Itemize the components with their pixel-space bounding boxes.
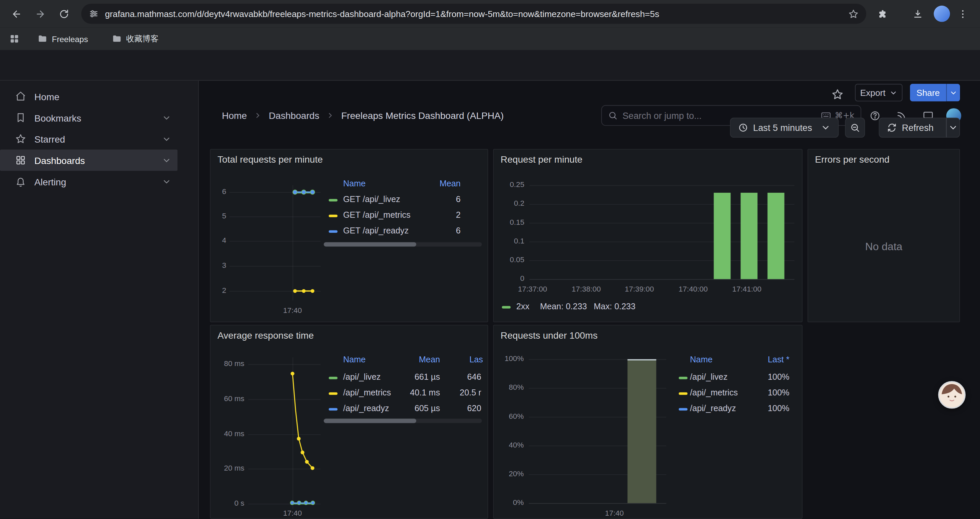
legend-series-last: 646	[467, 372, 481, 382]
legend-series-name[interactable]: /api/_metrics	[690, 388, 738, 398]
panel-title[interactable]: Average response time	[218, 330, 314, 340]
breadcrumb: Home Dashboards Freeleaps Metrics Dashbo…	[222, 100, 504, 131]
share-label: Share	[916, 88, 940, 97]
sidebar-item-home[interactable]: Home	[0, 86, 177, 107]
x-tick: 17:40	[277, 306, 308, 315]
refresh-icon	[887, 123, 897, 133]
legend-scrollbar[interactable]	[324, 419, 482, 423]
legend-row: /api/_readyz 100%	[494, 404, 802, 415]
url-bar[interactable]: grafana.mathmast.com/d/deytv4rwavabkb/fr…	[81, 4, 866, 24]
extensions-icon[interactable]	[873, 5, 891, 22]
sidebar-item-label: Bookmarks	[34, 112, 161, 123]
browser-profile-avatar[interactable]	[934, 6, 950, 22]
legend-header-name[interactable]: Name	[343, 355, 366, 364]
time-range-label: Last 5 minutes	[753, 123, 816, 133]
reload-icon[interactable]	[55, 5, 72, 22]
legend-header-name[interactable]: Name	[690, 355, 713, 364]
floating-assistant-avatar[interactable]	[938, 381, 965, 409]
series-swatch	[329, 393, 337, 395]
y-tick: 80 ms	[215, 359, 245, 368]
bookmark-star-icon[interactable]	[848, 8, 859, 19]
y-tick: 40%	[496, 441, 524, 449]
y-tick: 20 ms	[215, 463, 245, 472]
breadcrumb-dashboards[interactable]: Dashboards	[269, 110, 320, 121]
bookmark-label: 收藏博客	[126, 33, 158, 45]
legend-series-name[interactable]: GET /api/_livez	[343, 195, 400, 204]
chevron-down-icon[interactable]	[161, 176, 171, 186]
legend-series-name[interactable]: /api/_metrics	[343, 388, 391, 398]
url-text[interactable]: grafana.mathmast.com/d/deytv4rwavabkb/fr…	[105, 9, 848, 19]
bookmark-label: Freeleaps	[52, 34, 88, 43]
chevron-down-icon[interactable]	[161, 134, 171, 144]
scrollbar-thumb[interactable]	[324, 419, 416, 423]
panel-title[interactable]: Total requests per minute	[218, 154, 323, 164]
legend-row: /api/_livez 661 µs 646	[210, 372, 487, 384]
forward-icon[interactable]	[31, 5, 49, 22]
legend-max-stat: Max: 0.233	[594, 302, 635, 311]
y-tick: 40 ms	[215, 429, 245, 438]
scrollbar-thumb[interactable]	[324, 242, 416, 246]
browser-menu-icon[interactable]	[954, 5, 971, 22]
legend-row: 2xx Mean: 0.233 Max: 0.233	[494, 302, 802, 313]
chevron-down-icon[interactable]	[161, 155, 171, 165]
sidebar-item-starred[interactable]: Starred	[0, 128, 177, 150]
panel-title[interactable]: Request per minute	[501, 154, 582, 164]
bookmark-icon	[15, 112, 26, 123]
panel-title[interactable]: Requests under 100ms	[501, 330, 598, 340]
legend-series-name[interactable]: GET /api/_readyz	[343, 226, 409, 235]
bookmark-item[interactable]: Freeleaps	[34, 31, 92, 47]
plot-area[interactable]	[210, 175, 325, 303]
legend-series-name[interactable]: /api/_livez	[343, 372, 381, 382]
back-icon[interactable]	[7, 5, 25, 22]
panel-title[interactable]: Errors per second	[815, 154, 889, 164]
site-info-icon[interactable]	[89, 9, 99, 19]
share-menu-button[interactable]	[946, 84, 960, 101]
favorite-dashboard-star-icon[interactable]	[830, 87, 845, 102]
series-line-readyz	[292, 503, 313, 504]
bookmark-item[interactable]: 收藏博客	[108, 31, 162, 47]
y-tick: 0.15	[499, 218, 524, 227]
apps-grid-icon[interactable]	[9, 33, 20, 45]
legend-series-name[interactable]: /api/_readyz	[343, 404, 389, 413]
legend-series-last: 20.5 r	[460, 388, 481, 398]
refresh-button[interactable]: Refresh	[878, 118, 946, 137]
sidebar-item-bookmarks[interactable]: Bookmarks	[0, 107, 177, 128]
home-icon	[15, 91, 26, 102]
sidebar-item-dashboards[interactable]: Dashboards	[0, 150, 177, 171]
browser-toolbar: grafana.mathmast.com/d/deytv4rwavabkb/fr…	[0, 0, 980, 27]
folder-icon	[37, 34, 48, 44]
legend-header-name[interactable]: Name	[343, 179, 366, 188]
legend-series-name[interactable]: /api/_livez	[690, 372, 728, 382]
legend-header-mean[interactable]: Mean	[419, 355, 440, 364]
legend-series-name[interactable]: /api/_readyz	[690, 404, 736, 413]
legend-header-last[interactable]: Las	[469, 355, 483, 364]
legend-series-last: 100%	[768, 372, 789, 382]
time-range-picker[interactable]: Last 5 minutes	[730, 118, 839, 137]
share-button[interactable]: Share	[910, 84, 946, 101]
zoom-out-button[interactable]	[845, 118, 865, 137]
x-tick: 17:40	[596, 509, 633, 517]
chevron-right-icon	[254, 112, 262, 120]
legend-series-name[interactable]: 2xx	[516, 302, 529, 311]
y-tick: 3	[214, 261, 226, 270]
legend-series-mean: 605 µs	[415, 404, 440, 413]
sidebar-item-alerting[interactable]: Alerting	[0, 171, 177, 192]
breadcrumb-home[interactable]: Home	[222, 110, 247, 121]
export-button[interactable]: Export	[855, 84, 902, 101]
legend-header-mean[interactable]: Mean	[440, 179, 461, 188]
chevron-down-icon	[889, 88, 897, 96]
legend-scrollbar[interactable]	[324, 242, 482, 246]
legend-header-last[interactable]: Last *	[768, 355, 789, 364]
refresh-interval-button[interactable]	[946, 118, 960, 137]
legend-series-name[interactable]: GET /api/_metrics	[343, 211, 410, 220]
legend-series-last: 100%	[768, 388, 789, 398]
search-icon	[608, 111, 617, 120]
star-icon	[15, 133, 26, 145]
y-tick: 0.05	[499, 255, 524, 264]
panel-total-requests: Total requests per minute 6 5 4 3 2 17:4…	[210, 149, 488, 322]
export-label: Export	[860, 88, 886, 97]
chevron-down-icon[interactable]	[161, 113, 171, 123]
x-tick: 17:38:00	[565, 285, 608, 294]
series-swatch	[329, 377, 337, 379]
download-icon[interactable]	[908, 5, 926, 22]
